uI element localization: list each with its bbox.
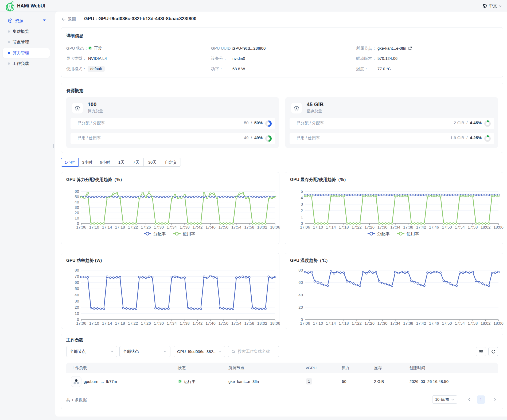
svg-text:50: 50 — [75, 194, 79, 199]
svg-text:17:22: 17:22 — [128, 225, 138, 229]
svg-text:80: 80 — [75, 268, 79, 272]
svg-text:18:02: 18:02 — [481, 321, 491, 325]
svg-text:17:06: 17:06 — [76, 225, 86, 229]
svg-text:使用率: 使用率 — [406, 231, 419, 236]
svg-text:17:10: 17:10 — [313, 225, 323, 229]
svg-text:18:02: 18:02 — [257, 225, 267, 229]
svg-text:17:06: 17:06 — [300, 321, 310, 325]
svg-text:4: 4 — [301, 195, 303, 200]
svg-text:18:02: 18:02 — [481, 225, 491, 229]
svg-text:17:22: 17:22 — [128, 321, 138, 325]
svg-text:17:58: 17:58 — [244, 225, 254, 229]
svg-text:17:46: 17:46 — [429, 225, 439, 229]
svg-text:60: 60 — [75, 189, 79, 194]
svg-text:17:26: 17:26 — [365, 225, 375, 229]
svg-text:17:50: 17:50 — [219, 321, 229, 325]
svg-text:20: 20 — [298, 305, 303, 309]
svg-text:17:54: 17:54 — [455, 321, 465, 325]
svg-text:17:18: 17:18 — [339, 225, 349, 229]
svg-text:17:38: 17:38 — [403, 225, 413, 229]
svg-text:17:54: 17:54 — [231, 321, 241, 325]
svg-text:18:06: 18:06 — [270, 321, 280, 325]
svg-text:17:58: 17:58 — [244, 321, 254, 325]
svg-text:17:54: 17:54 — [455, 225, 465, 229]
svg-text:70: 70 — [75, 274, 79, 278]
svg-text:17:34: 17:34 — [167, 225, 177, 229]
svg-text:17:30: 17:30 — [377, 225, 388, 229]
svg-text:17:10: 17:10 — [313, 321, 323, 325]
svg-text:17:38: 17:38 — [403, 321, 413, 325]
svg-text:30: 30 — [75, 299, 79, 303]
svg-text:80: 80 — [298, 268, 303, 272]
svg-text:2: 2 — [301, 208, 303, 213]
svg-text:60: 60 — [75, 280, 79, 285]
svg-text:17:10: 17:10 — [89, 225, 99, 229]
svg-text:18:06: 18:06 — [270, 225, 280, 229]
svg-text:20: 20 — [75, 305, 79, 309]
svg-text:10: 10 — [75, 216, 79, 220]
svg-text:5: 5 — [301, 189, 303, 194]
svg-text:18:02: 18:02 — [257, 321, 267, 325]
svg-text:3: 3 — [301, 202, 303, 206]
svg-text:17:06: 17:06 — [76, 321, 86, 325]
svg-text:17:34: 17:34 — [390, 225, 400, 229]
svg-text:17:42: 17:42 — [193, 225, 203, 229]
svg-text:20: 20 — [75, 210, 79, 215]
svg-text:17:18: 17:18 — [339, 321, 349, 325]
svg-text:17:34: 17:34 — [390, 321, 400, 325]
svg-text:17:18: 17:18 — [115, 321, 125, 325]
svg-text:17:42: 17:42 — [416, 225, 426, 229]
svg-text:17:30: 17:30 — [154, 225, 164, 229]
svg-text:40: 40 — [75, 293, 79, 297]
svg-text:18:06: 18:06 — [493, 321, 504, 325]
svg-text:17:50: 17:50 — [442, 321, 452, 325]
svg-text:17:38: 17:38 — [180, 321, 190, 325]
svg-text:10: 10 — [75, 311, 79, 316]
svg-text:18:06: 18:06 — [493, 225, 504, 229]
svg-text:17:14: 17:14 — [326, 321, 336, 325]
svg-text:17:50: 17:50 — [219, 225, 229, 229]
svg-text:17:26: 17:26 — [141, 225, 151, 229]
svg-text:17:46: 17:46 — [205, 225, 216, 229]
svg-text:17:30: 17:30 — [377, 321, 388, 325]
svg-text:17:54: 17:54 — [231, 225, 241, 229]
svg-text:30: 30 — [75, 205, 79, 210]
svg-text:17:38: 17:38 — [180, 225, 190, 229]
svg-text:1: 1 — [301, 215, 303, 219]
svg-text:17:10: 17:10 — [89, 321, 99, 325]
svg-text:分配率: 分配率 — [153, 231, 166, 236]
svg-text:分配率: 分配率 — [377, 231, 390, 236]
svg-text:17:14: 17:14 — [102, 225, 112, 229]
svg-text:60: 60 — [298, 280, 303, 285]
svg-text:17:42: 17:42 — [416, 321, 426, 325]
svg-text:17:46: 17:46 — [205, 321, 216, 325]
svg-text:17:50: 17:50 — [442, 225, 452, 229]
svg-text:17:42: 17:42 — [193, 321, 203, 325]
svg-text:17:18: 17:18 — [115, 225, 125, 229]
svg-text:50: 50 — [75, 286, 79, 291]
svg-text:17:34: 17:34 — [167, 321, 177, 325]
svg-text:17:58: 17:58 — [468, 225, 478, 229]
svg-text:40: 40 — [75, 200, 79, 204]
svg-text:17:26: 17:26 — [141, 321, 151, 325]
svg-text:17:46: 17:46 — [429, 321, 439, 325]
svg-text:17:06: 17:06 — [300, 225, 310, 229]
svg-text:17:14: 17:14 — [102, 321, 112, 325]
svg-text:17:22: 17:22 — [352, 225, 362, 229]
svg-text:17:26: 17:26 — [365, 321, 375, 325]
svg-text:使用率: 使用率 — [182, 231, 195, 236]
svg-text:17:22: 17:22 — [352, 321, 362, 325]
svg-text:17:14: 17:14 — [326, 225, 336, 229]
svg-text:17:30: 17:30 — [154, 321, 164, 325]
svg-text:40: 40 — [298, 293, 303, 297]
svg-text:17:58: 17:58 — [468, 321, 478, 325]
